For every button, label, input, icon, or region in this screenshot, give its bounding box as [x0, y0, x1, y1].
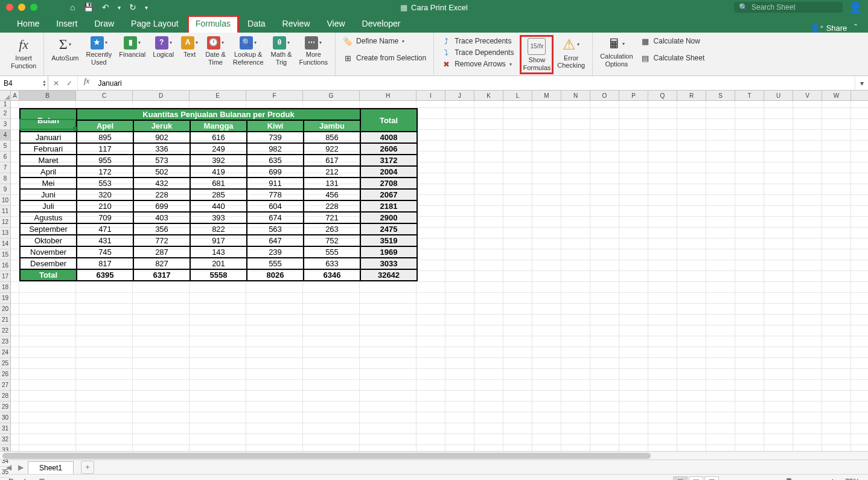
- value-cell[interactable]: 822: [190, 223, 247, 235]
- month-cell[interactable]: Oktober: [20, 235, 77, 246]
- row-header[interactable]: 17: [0, 271, 10, 282]
- value-cell[interactable]: 721: [304, 212, 360, 223]
- row-header[interactable]: 10: [0, 195, 10, 206]
- date-time-button[interactable]: 🕐▾ Date & Time: [202, 35, 229, 67]
- value-cell[interactable]: 647: [247, 235, 304, 246]
- row-header[interactable]: 32: [0, 434, 10, 445]
- share-button[interactable]: 👤⁺ Share: [805, 24, 852, 33]
- row-header[interactable]: 3: [0, 119, 10, 130]
- row-total-cell[interactable]: 1969: [360, 246, 417, 258]
- save-icon[interactable]: 💾: [83, 2, 94, 12]
- row-total-cell[interactable]: 3519: [360, 235, 417, 246]
- col-header-p[interactable]: P: [619, 91, 648, 100]
- autosum-button[interactable]: Σ▾ AutoSum: [48, 35, 82, 63]
- row-header[interactable]: 36: [0, 478, 10, 480]
- tab-home[interactable]: Home: [8, 15, 48, 33]
- expand-formula-bar-icon[interactable]: ▾: [855, 76, 868, 90]
- value-cell[interactable]: 432: [133, 178, 190, 189]
- row-header[interactable]: 29: [0, 402, 10, 412]
- cancel-formula-icon[interactable]: ✕: [53, 79, 59, 88]
- col-header-i[interactable]: I: [416, 91, 445, 100]
- error-checking-button[interactable]: ⚠▾ Error Checking: [554, 35, 589, 71]
- name-box-spinner[interactable]: ▲▼: [42, 80, 46, 87]
- row-header[interactable]: 7: [0, 162, 10, 173]
- row-header[interactable]: 11: [0, 206, 10, 217]
- month-cell[interactable]: Maret: [20, 155, 77, 166]
- col-header-u[interactable]: U: [764, 91, 793, 100]
- row-header[interactable]: 31: [0, 423, 10, 434]
- row-header[interactable]: 16: [0, 260, 10, 271]
- month-cell[interactable]: Juli: [20, 200, 77, 212]
- col-header-a[interactable]: A: [11, 91, 19, 100]
- value-cell[interactable]: 617: [304, 155, 360, 166]
- col-header-l[interactable]: L: [503, 91, 532, 100]
- search-sheet-box[interactable]: 🔍 Search Sheet: [734, 2, 843, 13]
- sheet-tab[interactable]: Sheet1: [28, 461, 74, 474]
- trace-dependents-button[interactable]: ⤵ Trace Dependents: [441, 48, 514, 57]
- value-cell[interactable]: 752: [304, 235, 360, 246]
- row-header[interactable]: 1: [0, 101, 10, 108]
- value-cell[interactable]: 249: [190, 143, 247, 155]
- macro-record-icon[interactable]: ⧉: [39, 476, 45, 480]
- row-header[interactable]: 35: [0, 467, 10, 478]
- col-header-r[interactable]: R: [677, 91, 706, 100]
- value-cell[interactable]: 616: [190, 132, 247, 143]
- value-cell[interactable]: 573: [133, 155, 190, 166]
- value-cell[interactable]: 471: [77, 223, 133, 235]
- zoom-window-button[interactable]: [30, 4, 37, 11]
- remove-arrows-button[interactable]: ✖ Remove Arrows ▾: [441, 59, 514, 69]
- insert-function-button[interactable]: fx Insert Function: [7, 35, 40, 71]
- value-cell[interactable]: 982: [247, 143, 304, 155]
- undo-dropdown-icon[interactable]: ▾: [118, 4, 121, 11]
- col-header-m[interactable]: M: [532, 91, 561, 100]
- value-cell[interactable]: 393: [190, 212, 247, 223]
- value-cell[interactable]: 709: [77, 212, 133, 223]
- value-cell[interactable]: 239: [247, 246, 304, 258]
- value-cell[interactable]: 320: [77, 189, 133, 200]
- row-header[interactable]: 21: [0, 315, 10, 325]
- row-header[interactable]: 22: [0, 325, 10, 336]
- col-header-o[interactable]: O: [590, 91, 619, 100]
- row-header[interactable]: 18: [0, 282, 10, 293]
- add-sheet-button[interactable]: ＋: [81, 461, 94, 474]
- lookup-reference-button[interactable]: 🔍▾ Lookup & Reference: [229, 35, 267, 67]
- value-cell[interactable]: 827: [133, 258, 190, 269]
- row-header[interactable]: 25: [0, 358, 10, 369]
- more-functions-button[interactable]: ⋯▾ More Functions: [295, 35, 331, 67]
- value-cell[interactable]: 772: [133, 235, 190, 246]
- row-header[interactable]: 19: [0, 293, 10, 304]
- month-cell[interactable]: Desember: [20, 258, 77, 269]
- value-cell[interactable]: 563: [247, 223, 304, 235]
- value-cell[interactable]: 336: [133, 143, 190, 155]
- calculate-now-button[interactable]: ▦ Calculate Now: [640, 36, 705, 46]
- value-cell[interactable]: 745: [77, 246, 133, 258]
- totals-label-cell[interactable]: Total: [20, 269, 77, 281]
- row-total-cell[interactable]: 2004: [360, 166, 417, 178]
- col-header-v[interactable]: V: [793, 91, 822, 100]
- home-icon[interactable]: ⌂: [70, 2, 75, 12]
- undo-icon[interactable]: ↶: [102, 2, 109, 12]
- value-cell[interactable]: 403: [133, 212, 190, 223]
- value-cell[interactable]: 856: [304, 132, 360, 143]
- value-cell[interactable]: 681: [190, 178, 247, 189]
- tab-page-layout[interactable]: Page Layout: [123, 15, 187, 33]
- month-cell[interactable]: Juni: [20, 189, 77, 200]
- value-cell[interactable]: 285: [190, 189, 247, 200]
- tab-data[interactable]: Data: [239, 15, 274, 33]
- show-formulas-button[interactable]: 15/fx Show Formulas: [520, 35, 554, 74]
- column-total-cell[interactable]: 6346: [304, 269, 360, 281]
- column-total-cell[interactable]: 5558: [190, 269, 247, 281]
- col-header-e[interactable]: E: [190, 91, 246, 100]
- col-header-d[interactable]: D: [133, 91, 190, 100]
- value-cell[interactable]: 356: [133, 223, 190, 235]
- row-header[interactable]: 27: [0, 380, 10, 391]
- row-total-cell[interactable]: 2067: [360, 189, 417, 200]
- row-total-cell[interactable]: 3172: [360, 155, 417, 166]
- value-cell[interactable]: 263: [304, 223, 360, 235]
- text-button[interactable]: A▾ Text: [177, 35, 202, 60]
- row-header[interactable]: 12: [0, 217, 10, 228]
- col-header-n[interactable]: N: [561, 91, 590, 100]
- page-layout-view-button[interactable]: ▤: [689, 476, 703, 481]
- financial-button[interactable]: ▮▾ Financial: [115, 35, 149, 60]
- column-total-cell[interactable]: 6317: [133, 269, 190, 281]
